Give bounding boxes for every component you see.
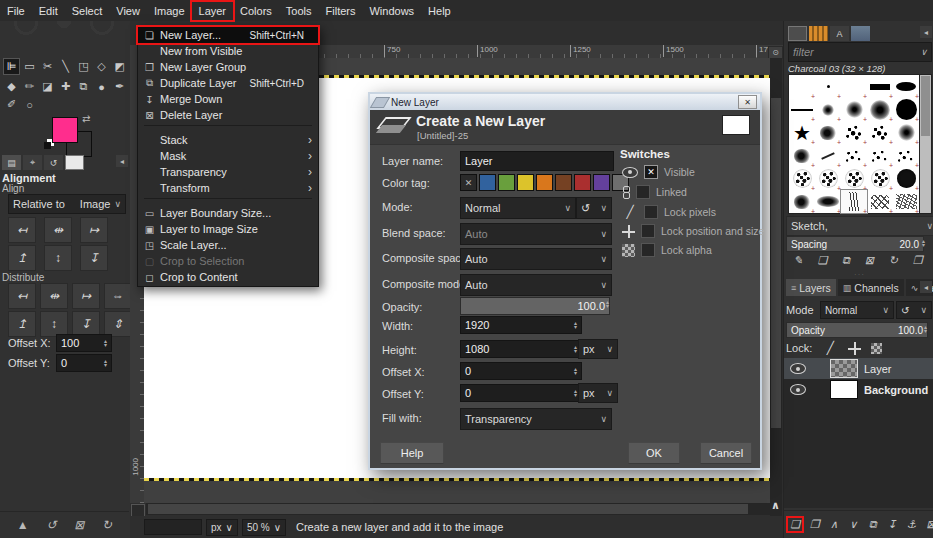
dock-tab[interactable]: ≡ Layers bbox=[786, 279, 836, 296]
menu-item[interactable]: ◳ Scale Layer... bbox=[138, 237, 318, 253]
color-tag-swatch[interactable] bbox=[536, 174, 553, 191]
menu-item[interactable]: Windows bbox=[362, 2, 421, 20]
dialog-titlebar[interactable]: New Layer ✕ bbox=[370, 94, 760, 110]
menu-item[interactable]: ▢ Crop to Selection bbox=[138, 253, 318, 269]
brush-filter-input[interactable]: filter ∨ bbox=[788, 42, 932, 62]
undo-history-icon[interactable]: ↺ bbox=[46, 518, 56, 532]
align-bottom-icon[interactable]: ↧ bbox=[80, 245, 108, 271]
align-top-icon[interactable]: ↥ bbox=[8, 245, 36, 271]
dock-menu-icon[interactable]: ◂ bbox=[116, 155, 128, 167]
scrollbar-thumb[interactable] bbox=[148, 504, 748, 514]
color-swatch-tab-icon[interactable] bbox=[65, 155, 84, 170]
menu-item[interactable]: Colors bbox=[233, 2, 279, 20]
color-tag-swatch[interactable] bbox=[498, 174, 515, 191]
duplicate-layer-icon[interactable]: ⧉ bbox=[866, 518, 880, 531]
swap-colors-icon[interactable]: ⇄ bbox=[82, 113, 90, 124]
eye-icon[interactable] bbox=[790, 363, 806, 374]
paintbrush-tool-icon[interactable]: ✏ bbox=[22, 79, 37, 94]
crop-tool-icon[interactable]: ◳ bbox=[76, 59, 91, 74]
layer-thumbnail[interactable] bbox=[830, 380, 858, 399]
menu-item[interactable]: ▭ Layer Boundary Size... bbox=[138, 205, 318, 221]
menu-item[interactable]: ❐ New Layer Group bbox=[138, 59, 318, 75]
bucket-fill-tool-icon[interactable]: ◆ bbox=[4, 79, 19, 94]
menu-item[interactable]: Filters bbox=[319, 2, 363, 20]
menu-item[interactable]: ⊠ Delete Layer bbox=[138, 107, 318, 123]
scroll-up-icon[interactable]: ∧ bbox=[769, 497, 782, 513]
brush-thumbnail[interactable] bbox=[867, 121, 893, 144]
help-button[interactable]: Help bbox=[380, 442, 444, 464]
width-input[interactable]: 1920 bbox=[460, 316, 582, 334]
refresh-brushes-icon[interactable]: ↻ bbox=[889, 254, 898, 267]
brush-thumbnail[interactable] bbox=[841, 98, 867, 121]
brush-thumbnail[interactable] bbox=[867, 167, 893, 190]
linked-checkbox[interactable] bbox=[636, 185, 650, 199]
dock-tab[interactable]: ▥ Channels bbox=[838, 279, 904, 296]
brush-thumbnail[interactable] bbox=[893, 98, 919, 121]
new-brush-icon[interactable]: ❏ bbox=[817, 254, 827, 267]
lock-alpha-icon[interactable] bbox=[871, 343, 882, 354]
brush-thumbnail[interactable] bbox=[893, 167, 919, 190]
lock-position-checkbox[interactable] bbox=[641, 224, 655, 238]
heal-tool-icon[interactable]: ✚ bbox=[58, 79, 73, 94]
vertical-scrollbar[interactable] bbox=[770, 58, 782, 516]
menu-item[interactable]: ❏ New Layer... Shift+Ctrl+N bbox=[138, 27, 318, 43]
menu-item[interactable]: View bbox=[109, 2, 147, 20]
lock-pixels-checkbox[interactable] bbox=[644, 205, 658, 219]
menu-item[interactable]: New from Visible bbox=[138, 43, 318, 59]
align-middle-icon[interactable]: ↕ bbox=[44, 245, 72, 271]
cancel-button[interactable]: Cancel bbox=[700, 442, 752, 464]
ok-button[interactable]: OK bbox=[628, 442, 680, 464]
color-tag-swatch[interactable] bbox=[479, 174, 496, 191]
visible-checkbox[interactable]: ✕ bbox=[644, 165, 658, 179]
anchor-layer-icon[interactable]: ⚓ bbox=[904, 518, 918, 531]
distribute-center-horizontal-icon[interactable]: ⇹ bbox=[40, 283, 68, 309]
scissors-select-tool-icon[interactable]: ✂ bbox=[40, 59, 55, 74]
distribute-horizontal-gap-icon[interactable]: ⇔ bbox=[104, 283, 132, 309]
brush-thumbnail[interactable] bbox=[789, 167, 815, 190]
new-layer-icon[interactable]: ❏ bbox=[788, 518, 802, 531]
distribute-left-icon[interactable]: ↤ bbox=[8, 283, 36, 309]
composite-space-dropdown[interactable]: Auto ∨ bbox=[460, 248, 612, 270]
menu-item[interactable]: ▣ Layer to Image Size bbox=[138, 221, 318, 237]
brush-thumbnail[interactable] bbox=[867, 75, 893, 98]
transform-tool-icon[interactable]: ◇ bbox=[94, 59, 109, 74]
lock-position-icon[interactable] bbox=[848, 342, 861, 355]
delete-layer-icon[interactable]: ⊠ bbox=[924, 518, 933, 531]
brush-thumbnail[interactable] bbox=[893, 75, 919, 98]
close-icon[interactable]: ✕ bbox=[738, 95, 757, 109]
align-center-horizontal-icon[interactable]: ⇹ bbox=[44, 217, 72, 243]
brush-thumbnail[interactable] bbox=[815, 167, 841, 190]
alignment-tool-icon[interactable]: ⊫ bbox=[4, 59, 19, 74]
layer-mode-dropdown[interactable]: Normal ∨ bbox=[820, 301, 894, 319]
brushes-tab-icon[interactable] bbox=[788, 26, 807, 41]
color-tag-swatch[interactable] bbox=[574, 174, 591, 191]
raise-item-icon[interactable]: ▲ bbox=[17, 518, 29, 532]
brush-thumbnail[interactable] bbox=[841, 121, 867, 144]
brush-thumbnail[interactable] bbox=[893, 190, 919, 213]
menu-item[interactable]: ⧉ Duplicate Layer Shift+Ctrl+D bbox=[138, 75, 318, 91]
zoom-dropdown[interactable]: 50 %∨ bbox=[242, 519, 286, 536]
undo-history-tab-icon[interactable]: ↺ bbox=[44, 155, 63, 170]
menu-item[interactable]: Transparency › bbox=[138, 164, 318, 180]
layer-name-input[interactable]: Layer bbox=[460, 151, 614, 171]
rectangle-select-tool-icon[interactable]: ▭ bbox=[22, 59, 37, 74]
align-right-icon[interactable]: ↦ bbox=[80, 217, 108, 243]
menu-item[interactable]: Image bbox=[147, 2, 192, 20]
brush-thumbnail[interactable] bbox=[789, 190, 815, 213]
brush-thumbnail[interactable] bbox=[841, 144, 867, 167]
brush-thumbnail[interactable] bbox=[789, 98, 815, 121]
ink-tool-icon[interactable]: ✒ bbox=[112, 79, 127, 94]
lock-pixels-icon[interactable]: ╱ bbox=[822, 341, 838, 355]
layer-row[interactable]: Background bbox=[784, 379, 933, 400]
mode-reset-button[interactable]: ↺ ∨ bbox=[576, 197, 612, 219]
mode-dropdown[interactable]: Normal ∨ bbox=[460, 197, 576, 219]
brush-thumbnail[interactable] bbox=[815, 98, 841, 121]
height-unit-dropdown[interactable]: px ∨ bbox=[578, 339, 618, 359]
brush-thumbnail[interactable] bbox=[789, 75, 815, 98]
unit-dropdown[interactable]: px∨ bbox=[206, 519, 238, 536]
align-left-icon[interactable]: ↤ bbox=[8, 217, 36, 243]
dock-menu-icon[interactable]: ◂ bbox=[920, 281, 932, 293]
brush-thumbnail[interactable] bbox=[841, 190, 867, 213]
distribute-top-icon[interactable]: ↥ bbox=[8, 311, 36, 337]
scrollbar-thumb[interactable] bbox=[921, 76, 930, 136]
